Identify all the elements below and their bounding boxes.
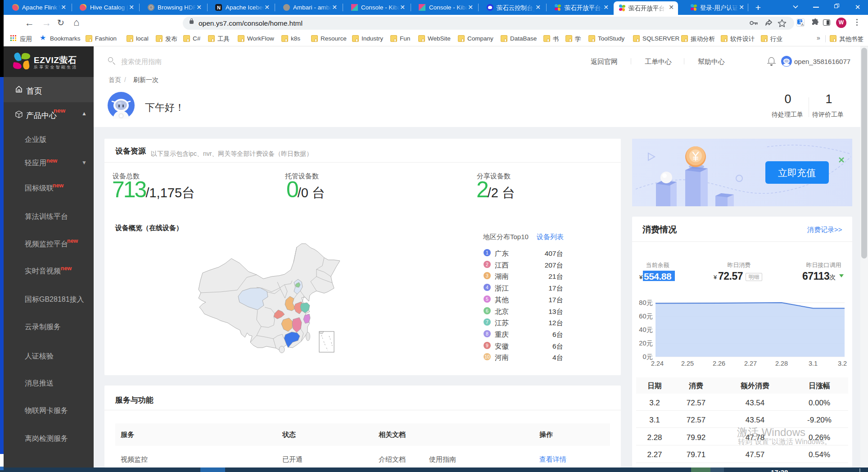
svg-text:2.27: 2.27	[744, 360, 757, 367]
svg-text:3.2: 3.2	[838, 360, 847, 367]
svg-text:2.24: 2.24	[651, 360, 664, 367]
svg-text:立即充值: 立即充值	[778, 168, 816, 178]
svg-text:3.1: 3.1	[809, 360, 818, 367]
svg-text:60元: 60元	[639, 313, 653, 320]
svg-text:2.25: 2.25	[681, 360, 694, 367]
svg-text:40元: 40元	[639, 326, 653, 333]
svg-text:80元: 80元	[639, 299, 653, 306]
svg-text:20元: 20元	[639, 340, 653, 347]
svg-text:2.28: 2.28	[775, 360, 788, 367]
svg-text:0元: 0元	[642, 353, 653, 360]
svg-text:2.26: 2.26	[713, 360, 725, 367]
